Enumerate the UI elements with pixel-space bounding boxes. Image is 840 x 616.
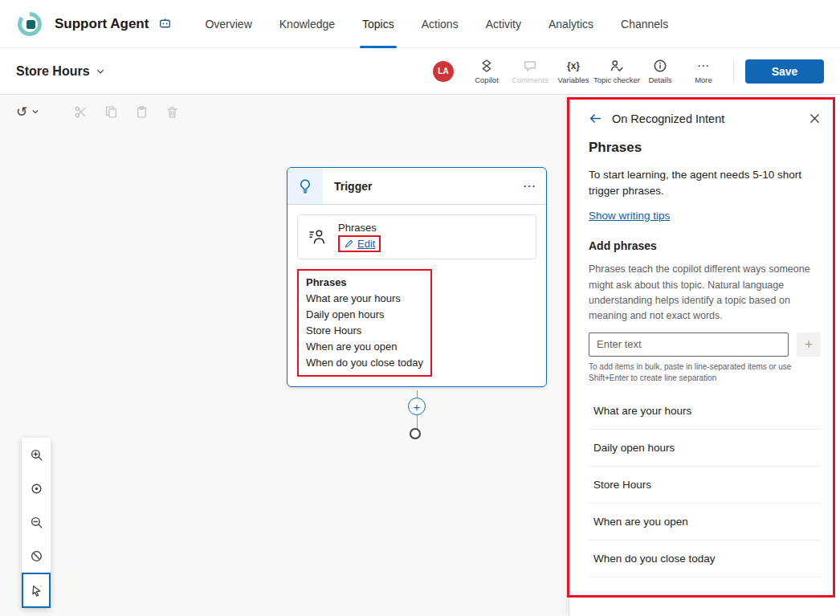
center-canvas-button[interactable]: [22, 471, 51, 505]
show-writing-tips-link[interactable]: Show writing tips: [589, 210, 670, 222]
tab-activity[interactable]: Activity: [472, 0, 535, 48]
info-icon: [653, 59, 667, 73]
trigger-node-title: Trigger: [334, 180, 372, 193]
phrases-description: Phrases teach the copilot different ways…: [589, 262, 821, 324]
phrases-panel: On Recognized Intent Phrases To start le…: [569, 96, 840, 616]
variables-button-label: Variables: [558, 75, 589, 84]
person-chat-icon: [308, 227, 327, 247]
agent-title: Support Agent: [55, 16, 149, 32]
edit-phrases-link[interactable]: Edit: [344, 238, 375, 250]
save-button[interactable]: Save: [745, 59, 824, 84]
topic-checker-icon: [610, 59, 624, 73]
copilot-button[interactable]: Copilot: [465, 55, 508, 88]
phrase-list-item[interactable]: When are you open: [589, 504, 821, 541]
agent-copilot-badge-icon: [158, 17, 172, 31]
chevron-down-icon: [31, 108, 39, 116]
canvas-tool-rail: [22, 438, 51, 608]
copilot-studio-app: Support Agent Overview Knowledge Topics …: [0, 0, 840, 616]
comments-button[interactable]: Comments: [508, 55, 552, 88]
user-avatar[interactable]: LA: [433, 61, 454, 82]
phrases-summary-heading: Phrases: [306, 275, 423, 291]
phrase-input-row: +: [589, 332, 821, 357]
phrases-card[interactable]: Phrases Edit: [297, 214, 536, 259]
panel-intro-text: To start learning, the agent needs 5-10 …: [589, 167, 821, 198]
more-button-label: More: [695, 75, 712, 84]
topic-name-label: Store Hours: [16, 64, 90, 79]
trigger-node-body: Phrases Edit Phrases What are your hours…: [287, 205, 546, 386]
copilot-icon: [479, 59, 494, 73]
more-horizontal-icon: ⋯: [697, 59, 710, 73]
divider: [733, 61, 734, 82]
details-button[interactable]: Details: [638, 55, 682, 88]
undo-icon: ↺: [16, 105, 27, 119]
add-phrases-heading: Add phrases: [589, 239, 821, 252]
tab-knowledge[interactable]: Knowledge: [266, 0, 349, 48]
phrase-summary-line: When are you open: [306, 339, 423, 355]
phrase-list-item[interactable]: When do you close today: [589, 541, 821, 577]
bulk-add-hint: To add items in bulk, paste in line-sepa…: [589, 361, 821, 385]
clipboard-tools: [73, 104, 179, 119]
add-node-button[interactable]: +: [408, 398, 426, 415]
phrase-list-item[interactable]: Daily open hours: [589, 430, 821, 467]
edit-link-label: Edit: [357, 238, 375, 250]
phrase-summary-line: Daily open hours: [306, 307, 423, 323]
tab-actions[interactable]: Actions: [408, 0, 472, 48]
close-panel-button[interactable]: [809, 112, 821, 124]
more-button[interactable]: ⋯ More: [682, 55, 725, 88]
select-tool-button[interactable]: [22, 573, 51, 608]
phrase-list: What are your hours Daily open hours Sto…: [589, 393, 821, 577]
variables-button[interactable]: {x} Variables: [552, 55, 595, 88]
phrases-card-label: Phrases: [338, 222, 381, 234]
comments-button-label: Comments: [512, 75, 548, 84]
zoom-in-icon: [30, 448, 43, 462]
copilot-studio-logo-icon[interactable]: [16, 10, 43, 38]
connector-endpoint: [410, 428, 421, 439]
undo-button[interactable]: ↺: [16, 105, 39, 119]
tab-overview[interactable]: Overview: [191, 0, 265, 48]
topic-bar-actions: LA Copilot Comments: [433, 55, 824, 88]
topic-header-bar: Store Hours LA Copilot: [0, 48, 840, 95]
snap-toggle-button[interactable]: [22, 539, 51, 573]
zoom-out-icon: [30, 516, 43, 529]
phrase-summary-line: What are your hours: [306, 291, 423, 307]
back-arrow-icon: [589, 112, 602, 125]
copy-icon[interactable]: [104, 104, 118, 119]
tab-channels[interactable]: Channels: [607, 0, 682, 48]
topic-checker-button[interactable]: Topic checker: [595, 55, 638, 88]
phrase-text-input[interactable]: [589, 332, 789, 357]
phrase-list-item[interactable]: Store Hours: [589, 467, 821, 504]
variables-icon: {x}: [567, 59, 580, 73]
annotation-box-edit: Edit: [338, 235, 381, 252]
phrase-list-item[interactable]: What are your hours: [589, 393, 821, 430]
cut-icon[interactable]: [73, 104, 88, 119]
annotation-box-phrases-summary: Phrases What are your hours Daily open h…: [297, 269, 432, 377]
phrase-summary-line: When do you close today: [306, 355, 423, 371]
comments-icon: [523, 59, 537, 73]
zoom-out-button[interactable]: [22, 505, 51, 539]
zoom-in-button[interactable]: [22, 438, 51, 471]
details-button-label: Details: [648, 75, 671, 84]
topic-name-dropdown[interactable]: Store Hours: [16, 64, 105, 79]
paste-icon[interactable]: [134, 104, 149, 119]
panel-section-title: Phrases: [589, 140, 821, 156]
tab-topics[interactable]: Topics: [349, 0, 408, 48]
trigger-node[interactable]: Trigger ⋯ Phrases: [287, 167, 547, 387]
back-button[interactable]: [589, 112, 602, 125]
copilot-button-label: Copilot: [475, 75, 499, 84]
select-cursor-icon: [30, 584, 43, 598]
panel-header: On Recognized Intent: [589, 112, 821, 125]
tab-analytics[interactable]: Analytics: [535, 0, 607, 48]
prohibition-icon: [30, 549, 43, 563]
topic-checker-button-label: Topic checker: [593, 75, 640, 84]
trigger-icon: [287, 168, 323, 204]
top-nav-bar: Support Agent Overview Knowledge Topics …: [0, 0, 840, 48]
close-icon: [809, 112, 821, 124]
pencil-icon: [344, 239, 354, 249]
trigger-node-header: Trigger ⋯: [287, 168, 546, 205]
node-more-menu-icon[interactable]: ⋯: [523, 178, 536, 194]
delete-icon[interactable]: [165, 104, 179, 119]
top-nav-tabs: Overview Knowledge Topics Actions Activi…: [191, 0, 682, 48]
canvas-edit-toolbar: ↺: [16, 101, 179, 122]
add-phrase-button[interactable]: +: [797, 332, 821, 357]
panel-header-title: On Recognized Intent: [612, 112, 724, 125]
